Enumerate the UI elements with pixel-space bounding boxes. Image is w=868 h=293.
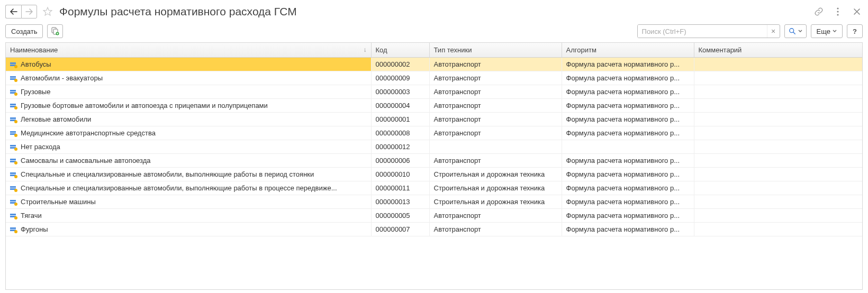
- cell-algorithm: Формула расчета нормативного р...: [562, 195, 694, 209]
- data-table-wrap: Наименование ↓ Код Тип техники Алгоритм …: [5, 42, 863, 290]
- svg-point-42: [14, 216, 17, 219]
- table-row[interactable]: Самосвалы и самосвальные автопоезда00000…: [6, 154, 862, 168]
- favorite-button[interactable]: [40, 4, 55, 19]
- cell-algorithm: Формула расчета нормативного р...: [562, 209, 694, 223]
- create-button-label: Создать: [11, 28, 37, 35]
- svg-rect-19: [10, 117, 16, 119]
- table-row[interactable]: Автобусы000000002АвтотранспортФормула ра…: [6, 58, 862, 71]
- table-row[interactable]: Тягачи000000005АвтотранспортФормула расч…: [6, 209, 862, 223]
- sort-indicator-icon: ↓: [364, 46, 367, 53]
- cell-code: 000000013: [371, 195, 429, 209]
- cell-code: 000000007: [371, 223, 429, 236]
- cell-algorithm: Формула расчета нормативного р...: [562, 181, 694, 195]
- svg-rect-34: [10, 186, 16, 188]
- clear-icon: ×: [771, 27, 775, 35]
- link-icon: [814, 7, 824, 16]
- table-row[interactable]: Фургоны000000007АвтотранспортФормула рас…: [6, 223, 862, 236]
- cell-code: 000000004: [371, 99, 429, 113]
- svg-point-45: [14, 230, 17, 233]
- chevron-down-icon: [798, 30, 802, 33]
- kebab-menu-button[interactable]: [832, 6, 844, 17]
- create-copy-button[interactable]: [47, 24, 63, 38]
- cell-name: Строительные машины: [6, 195, 371, 209]
- svg-rect-16: [10, 104, 16, 105]
- cell-comment: [694, 71, 862, 85]
- cell-comment: [694, 85, 862, 99]
- cell-algorithm: Формула расчета нормативного р...: [562, 58, 694, 71]
- cell-type: Автотранспорт: [429, 209, 562, 223]
- column-header-comment[interactable]: Комментарий: [694, 43, 862, 58]
- search-field[interactable]: ×: [637, 24, 780, 38]
- svg-point-1: [837, 11, 838, 12]
- cell-type: Автотранспорт: [429, 223, 562, 236]
- table-row[interactable]: Грузовые000000003АвтотранспортФормула ра…: [6, 85, 862, 99]
- column-header-algorithm[interactable]: Алгоритм: [562, 43, 694, 58]
- table-row[interactable]: Специальные и специализированные автомоб…: [6, 168, 862, 181]
- table-row[interactable]: Грузовые бортовые автомобили и автопоезд…: [6, 99, 862, 113]
- cell-comment: [694, 168, 862, 181]
- cell-name: Фургоны: [6, 223, 371, 236]
- cell-type: Автотранспорт: [429, 85, 562, 99]
- catalog-item-icon: [10, 172, 17, 178]
- table-row[interactable]: Медицинские автотранспортные средства000…: [6, 126, 862, 140]
- forward-button[interactable]: [21, 5, 37, 19]
- help-icon: ?: [853, 28, 857, 35]
- cell-comment: [694, 195, 862, 209]
- svg-rect-37: [10, 200, 16, 202]
- create-button[interactable]: Создать: [5, 24, 43, 38]
- svg-rect-10: [10, 76, 16, 78]
- cell-name: Специальные и специализированные автомоб…: [6, 168, 371, 181]
- cell-code: 000000003: [371, 85, 429, 99]
- table-row[interactable]: Легковые автомобили000000001Автотранспор…: [6, 113, 862, 126]
- column-header-code[interactable]: Код: [371, 43, 429, 58]
- nav-group: [5, 5, 37, 19]
- svg-point-9: [14, 65, 17, 68]
- search-input[interactable]: [638, 25, 767, 38]
- catalog-item-icon: [10, 227, 17, 233]
- close-button[interactable]: [851, 6, 863, 17]
- more-button[interactable]: Еще: [811, 24, 843, 38]
- help-button[interactable]: ?: [847, 24, 863, 38]
- cell-type: Автотранспорт: [429, 113, 562, 126]
- cell-comment: [694, 113, 862, 126]
- cell-name: Специальные и специализированные автомоб…: [6, 181, 371, 195]
- kebab-icon: [837, 7, 839, 16]
- cell-comment: [694, 126, 862, 140]
- cell-algorithm: Формула расчета нормативного р...: [562, 126, 694, 140]
- table-row[interactable]: Специальные и специализированные автомоб…: [6, 181, 862, 195]
- cell-algorithm: Формула расчета нормативного р...: [562, 168, 694, 181]
- catalog-item-icon: [10, 62, 17, 68]
- svg-point-0: [837, 7, 838, 9]
- search-icon: [789, 28, 796, 35]
- cell-type: Строительная и дорожная техника: [429, 181, 562, 195]
- catalog-item-icon: [10, 117, 17, 123]
- cell-name: Легковые автомобили: [6, 113, 371, 126]
- catalog-item-icon: [10, 158, 17, 164]
- cell-algorithm: Формула расчета нормативного р...: [562, 154, 694, 168]
- cell-comment: [694, 181, 862, 195]
- cell-algorithm: Формула расчета нормативного р...: [562, 223, 694, 236]
- catalog-item-icon: [10, 199, 17, 206]
- cell-code: 000000012: [371, 140, 429, 154]
- svg-point-36: [14, 189, 17, 192]
- search-dropdown-button[interactable]: [784, 24, 807, 38]
- cell-comment: [694, 223, 862, 236]
- column-header-type[interactable]: Тип техники: [429, 43, 562, 58]
- svg-point-33: [14, 175, 17, 178]
- cell-code: 000000005: [371, 209, 429, 223]
- cell-type: Автотранспорт: [429, 126, 562, 140]
- svg-point-39: [14, 203, 17, 206]
- svg-rect-31: [10, 172, 16, 174]
- titlebar: Формулы расчета нормативного расхода ГСМ: [5, 3, 863, 24]
- table-row[interactable]: Строительные машины000000013Строительная…: [6, 195, 862, 209]
- back-button[interactable]: [5, 5, 21, 19]
- search-clear-button[interactable]: ×: [767, 25, 780, 38]
- cell-type: Автотранспорт: [429, 71, 562, 85]
- column-header-name[interactable]: Наименование ↓: [6, 43, 371, 58]
- cell-code: 000000011: [371, 181, 429, 195]
- link-button[interactable]: [813, 6, 825, 17]
- close-icon: [853, 8, 861, 15]
- table-row[interactable]: Автомобили - эвакуаторы000000009Автотран…: [6, 71, 862, 85]
- cell-name: Грузовые бортовые автомобили и автопоезд…: [6, 99, 371, 113]
- table-row[interactable]: Нет расхода000000012: [6, 140, 862, 154]
